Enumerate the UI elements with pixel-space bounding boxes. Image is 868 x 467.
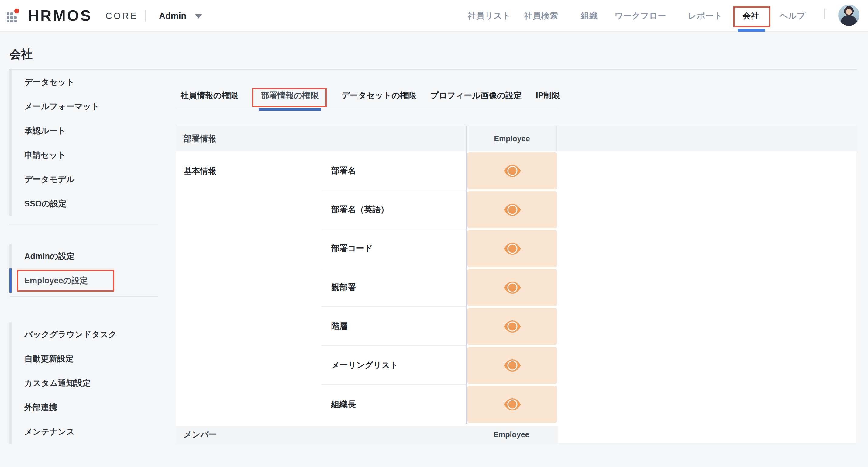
hrmos-logo-icon — [7, 8, 21, 23]
sidebar-rail — [9, 119, 11, 143]
nav-item-help[interactable]: ヘルプ — [780, 0, 806, 32]
sidebar-rail — [9, 167, 11, 192]
permission-toggle-cell[interactable] — [467, 230, 557, 267]
permission-toggle-cell[interactable] — [467, 269, 557, 306]
workspace-dropdown[interactable]: Admin — [159, 0, 186, 32]
content-top-border — [9, 69, 857, 69]
permission-tabs: 社員情報の権限 部署情報の権限 データセットの権限 プロフィール画像の設定 IP… — [176, 82, 557, 110]
sidebar-item-approval-route[interactable]: 承認ルート — [9, 119, 158, 143]
table-header-row: 部署情報 Employee — [176, 126, 857, 151]
category-cell: 基本情報 — [184, 151, 216, 190]
sidebar-rail — [9, 395, 11, 419]
nav-item-report[interactable]: レポート — [688, 0, 723, 32]
eye-icon — [503, 281, 522, 294]
field-rows: 部署名 部署名（英語） 部署コード 親部署 階層 メーリングリスト 組織長 — [321, 151, 466, 424]
sidebar-item-employee-settings[interactable]: Employeeの設定 — [9, 268, 158, 293]
sidebar-rail — [9, 94, 11, 119]
sidebar-item-external-integration[interactable]: 外部連携 — [9, 395, 158, 419]
permission-toggle-cell[interactable] — [467, 308, 557, 345]
user-avatar[interactable] — [838, 5, 860, 26]
sidebar-item-label: Adminの設定 — [24, 251, 75, 262]
table-body: 基本情報 部署名 部署名（英語） 部署コード 親部署 階層 メーリングリスト 組… — [176, 151, 857, 424]
nav-item-company[interactable]: 会社 — [742, 0, 760, 32]
eye-icon — [503, 242, 522, 255]
section-title: 部署情報 — [184, 126, 216, 151]
sidebar-item-sso-settings[interactable]: SSOの設定 — [9, 192, 158, 216]
sidebar-item-data-model[interactable]: データモデル — [9, 167, 158, 192]
next-section-header-row: メンバー Employee — [176, 426, 558, 444]
table-row: 親部署 — [321, 268, 466, 307]
table-row: 組織長 — [321, 385, 466, 424]
sidebar-item-label: Employeeの設定 — [24, 275, 88, 286]
sidebar-rail — [9, 70, 11, 94]
table-row: 部署コード — [321, 229, 466, 268]
sidebar-item-label: データモデル — [24, 174, 74, 185]
eye-icon — [503, 359, 522, 372]
top-bar: HRMOS CORE Admin 社員リスト 社員検索 組織 ワークフロー レポ… — [0, 0, 868, 32]
topbar-divider — [145, 10, 146, 22]
nav-item-employee-list[interactable]: 社員リスト — [468, 0, 511, 32]
sidebar-group-settings: データセット メールフォーマット 承認ルート 申請セット データモデル SSOの… — [9, 70, 158, 216]
tab-ip-restriction[interactable]: IP制限 — [536, 90, 560, 101]
sidebar-item-label: SSOの設定 — [24, 198, 67, 209]
active-nav-underline — [738, 29, 765, 32]
sidebar-divider — [9, 296, 158, 297]
sidebar-item-auto-update[interactable]: 自動更新設定 — [9, 347, 158, 371]
sidebar-item-label: データセット — [24, 77, 74, 88]
sidebar-item-label: 自動更新設定 — [24, 353, 73, 364]
nav-item-workflow[interactable]: ワークフロー — [615, 0, 666, 32]
sidebar-item-custom-notification[interactable]: カスタム通知設定 — [9, 371, 158, 395]
tab-department-info-permission[interactable]: 部署情報の権限 — [261, 90, 319, 101]
tab-employee-info-permission[interactable]: 社員情報の権限 — [181, 90, 238, 101]
topbar-divider-2 — [824, 8, 825, 20]
permissions-panel: 部署情報 Employee 基本情報 部署名 部署名（英語） 部署コード 親部署… — [176, 125, 857, 443]
sidebar-active-rail — [9, 268, 11, 293]
table-row: メーリングリスト — [321, 346, 466, 385]
permission-toggle-cell[interactable] — [467, 191, 557, 228]
table-row: 部署名 — [321, 151, 466, 190]
sidebar-rail — [9, 244, 11, 268]
permission-toggle-cell[interactable] — [467, 347, 557, 384]
sidebar-rail — [9, 419, 11, 444]
chevron-down-icon[interactable] — [195, 14, 202, 19]
table-row: 階層 — [321, 307, 466, 346]
sidebar-item-maintenance[interactable]: メンテナンス — [9, 419, 158, 444]
tab-dataset-permission[interactable]: データセットの権限 — [341, 90, 416, 101]
sidebar-item-admin-settings[interactable]: Adminの設定 — [9, 244, 158, 268]
nav-item-employee-search[interactable]: 社員検索 — [524, 0, 558, 32]
table-row: 部署名（英語） — [321, 190, 466, 229]
sidebar-item-label: メンテナンス — [24, 426, 75, 437]
sidebar-group-roles: Adminの設定 Employeeの設定 — [9, 244, 158, 293]
tab-profile-image-settings[interactable]: プロフィール画像の設定 — [430, 90, 522, 101]
employee-permission-column — [467, 151, 557, 424]
sidebar-item-mail-format[interactable]: メールフォーマット — [9, 94, 158, 119]
employee-column-header: Employee — [466, 126, 557, 151]
eye-icon — [503, 165, 522, 177]
page-title: 会社 — [9, 46, 33, 62]
sidebar-item-application-set[interactable]: 申請セット — [9, 143, 158, 167]
eye-icon — [503, 398, 522, 411]
next-section-title: メンバー — [184, 426, 217, 444]
sidebar-divider — [9, 224, 158, 224]
sidebar-rail — [9, 143, 11, 167]
eye-icon — [503, 203, 522, 216]
sidebar-item-label: 外部連携 — [24, 402, 57, 413]
brand-name: HRMOS — [28, 0, 92, 32]
sidebar-item-label: 申請セット — [24, 150, 66, 160]
sidebar-item-dataset[interactable]: データセット — [9, 70, 158, 94]
sidebar-item-label: 承認ルート — [24, 125, 66, 136]
sidebar-rail — [9, 192, 11, 216]
permission-toggle-cell[interactable] — [467, 386, 557, 423]
next-employee-column-header: Employee — [466, 426, 557, 444]
sidebar-item-label: バックグラウンドタスク — [24, 329, 117, 340]
sidebar-rail — [9, 371, 11, 395]
sidebar-rail — [9, 322, 11, 347]
eye-icon — [503, 320, 522, 333]
permission-toggle-cell[interactable] — [467, 152, 557, 189]
sidebar-item-background-task[interactable]: バックグラウンドタスク — [9, 322, 158, 347]
nav-item-organization[interactable]: 組織 — [581, 0, 598, 32]
sidebar-rail — [9, 347, 11, 371]
sidebar-item-label: メールフォーマット — [24, 101, 99, 112]
brand-suffix: CORE — [105, 0, 138, 32]
sidebar-group-system: バックグラウンドタスク 自動更新設定 カスタム通知設定 外部連携 メンテナンス — [9, 322, 158, 444]
